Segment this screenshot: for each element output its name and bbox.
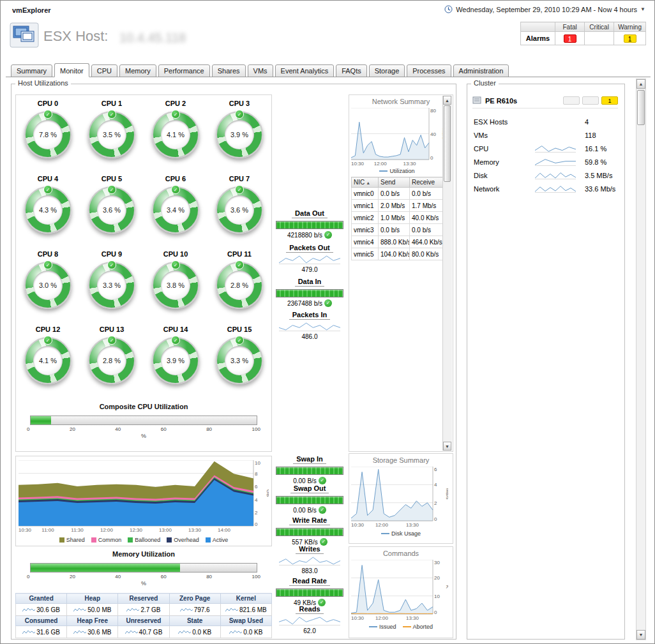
cpu-label: CPU 0: [16, 100, 80, 107]
cpu-label: CPU 1: [80, 100, 144, 107]
svg-text:13:30: 13:30: [406, 615, 419, 621]
cluster-metric-row-esx-hosts: ESX Hosts 4: [474, 115, 618, 128]
scroll-up-button[interactable]: ▲: [443, 96, 451, 105]
svg-text:GB: GB: [266, 490, 269, 497]
memory-stat-cell: 30.6 GB: [16, 604, 67, 616]
cluster-fatal-count[interactable]: [563, 96, 580, 105]
tab-memory[interactable]: Memory: [119, 64, 156, 77]
nic-send: 104.0 Kb/s: [379, 248, 410, 260]
tab-processes[interactable]: Processes: [407, 64, 451, 77]
write-rate-gauge: [276, 528, 343, 536]
tab-performance[interactable]: Performance: [158, 64, 210, 77]
cpu-dial-gauge: ✓3.0 %: [24, 262, 72, 309]
network-panel-scrollbar[interactable]: ▲ ▼: [442, 96, 452, 451]
cpu-gauge-grid: CPU 0✓7.8 % CPU 1✓3.5 % CPU 2✓4.1 % CPU …: [16, 96, 271, 398]
ok-status-icon: ✓: [171, 336, 180, 345]
metric-value: 118: [585, 131, 618, 139]
cluster-warning-count[interactable]: 1: [601, 96, 618, 105]
metric-label: Write Rate: [289, 516, 330, 525]
nic-row[interactable]: vmnic30.0 b/s0.0 b/s: [352, 224, 443, 236]
cpu-label: CPU 6: [144, 175, 207, 183]
ok-status-icon: ✓: [107, 336, 116, 345]
swap-out-gauge: [276, 496, 343, 504]
metric-label: Swap Out: [290, 484, 329, 493]
metric-label: Swap In: [293, 455, 326, 464]
tab-faqts[interactable]: FAQts: [336, 64, 367, 77]
read-rate-gauge: [276, 588, 343, 597]
tab-cpu[interactable]: CPU: [91, 64, 117, 77]
page-title: ESX Host:: [43, 28, 108, 45]
mini-sparkline-icon: [22, 629, 35, 635]
ok-status-icon: ✓: [235, 260, 244, 269]
nic-col-header[interactable]: NIC▲: [352, 177, 379, 188]
svg-text:8: 8: [255, 471, 258, 477]
mini-sparkline-icon: [125, 629, 138, 635]
tab-monitor[interactable]: Monitor: [54, 63, 89, 77]
alarms-summary-table: Fatal Critical Warning Alarms 1 1: [520, 22, 646, 45]
ok-status-icon: ✓: [107, 260, 116, 269]
tab-storage[interactable]: Storage: [369, 64, 405, 77]
cluster-metric-row-cpu: CPU 16.1 %: [474, 142, 618, 155]
scrollbar-thumb[interactable]: [444, 105, 451, 182]
cpu-value: 3.6 %: [103, 206, 121, 214]
writes-sparkline: [279, 556, 340, 565]
nic-row[interactable]: vmnic00.0 b/s0.0 b/s: [352, 188, 443, 200]
cpu-value: 3.9 %: [167, 357, 184, 364]
nic-row[interactable]: vmnic21.0 Mb/s40.0 Kb/s: [352, 212, 443, 224]
nic-name: vmnic4: [352, 236, 379, 248]
memory-stat-value: 30.6 MB: [87, 629, 111, 636]
commands-chart-legend: IssuedAborted: [349, 622, 453, 630]
cpu-dial-gauge: ✓3.9 %: [216, 111, 263, 158]
svg-text:2: 2: [255, 510, 258, 516]
tab-summary[interactable]: Summary: [11, 64, 52, 77]
scroll-down-button[interactable]: ▼: [636, 630, 645, 640]
nic-receive: 464.0 Kb/s: [410, 236, 443, 248]
scroll-up-button[interactable]: ▲: [636, 79, 645, 89]
memory-stat-value: 31.6 GB: [36, 629, 60, 636]
tab-event-analytics[interactable]: Event Analytics: [275, 64, 335, 77]
metric-label: CPU: [474, 145, 535, 153]
nic-name: vmnic5: [352, 248, 379, 260]
tab-shares[interactable]: Shares: [212, 64, 246, 77]
svg-text:10:30: 10:30: [351, 161, 365, 167]
svg-text:0: 0: [434, 516, 437, 522]
cluster-object-row[interactable]: PE R610s 1: [472, 93, 618, 109]
cpu-value: 2.8 %: [230, 281, 248, 289]
metric-label: Disk: [474, 172, 535, 179]
cpu-label: CPU 10: [144, 250, 207, 258]
time-range-selector[interactable]: Wednesday, September 29, 2010 10:29 AM -…: [444, 5, 645, 13]
cluster-critical-count[interactable]: [582, 96, 599, 105]
warning-count-cell[interactable]: 1: [614, 32, 646, 45]
send-col-header[interactable]: Send: [379, 177, 410, 188]
memory-utilization-title: Memory Utilization: [15, 550, 272, 558]
network-sparkline: [535, 185, 576, 193]
svg-text:12:30: 12:30: [130, 527, 143, 533]
scrollbar-thumb[interactable]: [637, 90, 645, 125]
metric-value: 0.00 B/s: [293, 477, 317, 484]
clock-icon: [444, 5, 453, 13]
vertical-scrollbar[interactable]: ▲ ▼: [636, 79, 646, 640]
fatal-count-badge[interactable]: 1: [564, 34, 576, 43]
nic-row[interactable]: vmnic5104.0 Kb/s80.0 Kb/s: [352, 248, 443, 260]
receive-col-header[interactable]: Receive: [410, 177, 443, 188]
nic-row[interactable]: vmnic4888.0 Kb/s464.0 Kb/s: [352, 236, 443, 248]
memory-stat-cell: 30.6 MB: [67, 626, 118, 638]
scroll-down-button[interactable]: ▼: [443, 442, 451, 451]
warning-count-badge[interactable]: 1: [624, 34, 636, 43]
nic-row[interactable]: vmnic12.0 Mb/s1.7 Mb/s: [352, 200, 443, 212]
ok-status-icon: ✓: [107, 185, 116, 194]
network-summary-panel: Network Summary 04080Mb/s10:3012:0013:30…: [349, 94, 453, 452]
cpu-value: 3.9 %: [230, 131, 248, 139]
critical-count-cell[interactable]: [585, 32, 614, 45]
fatal-count-cell[interactable]: 1: [555, 32, 585, 45]
tab-administration[interactable]: Administration: [453, 64, 509, 77]
cpu-dial-gauge: ✓3.6 %: [88, 186, 135, 234]
nic-receive: 1.7 Mb/s: [410, 200, 443, 212]
metric-value: 62.0: [303, 627, 315, 634]
metric-label: Network: [474, 185, 535, 193]
svg-text:6: 6: [255, 484, 258, 490]
nic-send: 888.0 Kb/s: [379, 236, 410, 248]
tab-vms[interactable]: VMs: [248, 64, 273, 77]
mini-sparkline-icon: [180, 607, 193, 613]
commands-chart: 0102030K10:3012:0013:30: [351, 560, 448, 621]
